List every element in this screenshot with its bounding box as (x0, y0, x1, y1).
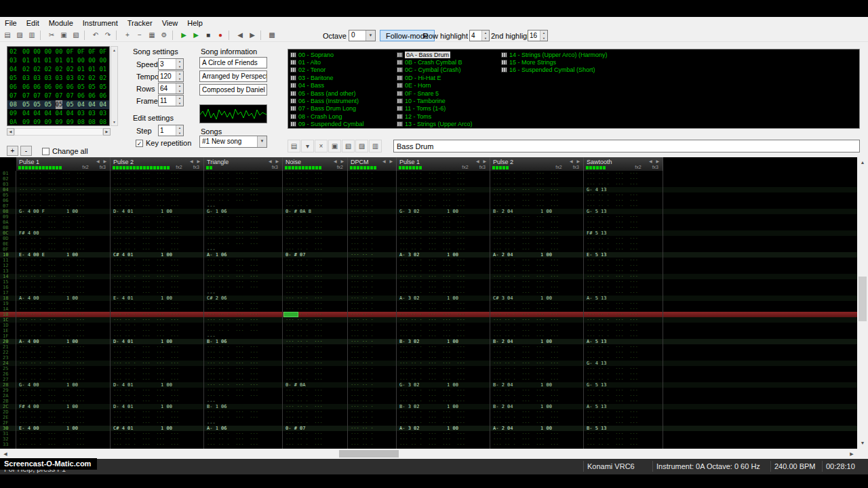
empty-cell[interactable]: ··· ·· · ··· ··· ··· (113, 258, 179, 263)
clone-instrument-button[interactable]: ▣ (328, 140, 341, 152)
frame-cell[interactable]: 07 (66, 92, 74, 100)
empty-cell[interactable]: ··· ·· · ··· ··· ··· (113, 317, 179, 323)
frame-cell[interactable]: 04 (22, 109, 30, 118)
load-instrument-button[interactable]: ▨ (355, 140, 368, 152)
pattern-row[interactable]: 1C··· ·· · ··· ··· ······ ·· · ··· ··· ·… (0, 317, 857, 323)
empty-cell[interactable]: ··· ·· · ··· ··· ··· (113, 247, 179, 252)
effect-column-arrows[interactable]: ◀ ▶ (269, 159, 280, 163)
empty-cell[interactable]: ··· ·· · ··· ··· ··· (19, 258, 85, 263)
frame-cell[interactable]: 07 (44, 92, 52, 100)
empty-cell[interactable]: ··· ·· · ··· (285, 344, 323, 350)
empty-cell[interactable]: ··· ·· · ··· ··· ··· (493, 361, 559, 366)
channel-header-0-pulse-1[interactable]: Pulse 1◀ ▶fx2fx3 (16, 157, 111, 171)
note-cell[interactable]: --- (207, 399, 216, 404)
empty-cell[interactable]: ··· ·· · ··· ··· ··· (113, 192, 179, 198)
empty-cell[interactable]: ··· ·· · (351, 420, 374, 426)
empty-cell[interactable]: ··· ·· · ··· (285, 371, 323, 377)
empty-cell[interactable]: ··· ·· · ··· ··· ··· (113, 176, 179, 182)
note-cell[interactable]: A- 3 02 (399, 296, 420, 301)
empty-cell[interactable]: ··· ·· · (351, 279, 374, 285)
empty-cell[interactable]: ··· ·· · ··· ··· ··· (493, 415, 559, 420)
empty-cell[interactable]: ··· ·· · ··· (285, 377, 323, 382)
frame-cell[interactable]: 08 (88, 118, 96, 126)
empty-cell[interactable]: ··· ·· · ··· ··· ··· (113, 214, 179, 220)
empty-cell[interactable]: ··· ·· · ··· ··· ··· (113, 328, 179, 333)
empty-cell[interactable]: ··· ·· · ··· ··· ··· (493, 333, 559, 339)
empty-cell[interactable]: ··· ·· · (351, 203, 374, 209)
frame-remove-button[interactable]: - (20, 146, 32, 156)
frame-cell[interactable]: 02 (66, 65, 74, 74)
empty-cell[interactable]: ··· ·· · ··· ··· (587, 279, 638, 285)
empty-cell[interactable]: ··· ·· · (351, 176, 374, 182)
note-cell[interactable]: B- 1 06 (207, 404, 227, 409)
frame-cell[interactable]: 05 (22, 100, 30, 109)
empty-cell[interactable]: ··· ·· · ··· ··· (587, 377, 638, 382)
frame-cell[interactable]: 01 (33, 56, 41, 65)
pattern-row[interactable]: 1D··· ·· · ··· ··· ······ ·· · ··· ··· ·… (0, 323, 857, 328)
empty-cell[interactable]: ··· ·· · ··· ··· ··· (493, 236, 559, 241)
empty-cell[interactable]: ··· ·· · ··· ··· (587, 366, 638, 371)
scroll-right-icon[interactable]: ▶ (846, 449, 857, 459)
effect-cell[interactable]: 1 00 (540, 382, 552, 388)
empty-cell[interactable]: ··· ·· · ··· (285, 225, 323, 230)
frame-cell[interactable]: 00 (77, 56, 85, 65)
effect-cell[interactable]: 1 00 (161, 426, 172, 431)
empty-cell[interactable]: ··· ·· · ··· (285, 431, 323, 436)
octave-select[interactable]: 0 ▼ (349, 30, 376, 41)
spin-up-icon[interactable]: ▲ (540, 30, 547, 36)
note-cell[interactable]: A- 3 02 (399, 252, 420, 258)
effect-cell[interactable]: 1 00 (161, 296, 172, 301)
empty-cell[interactable]: ··· ·· · ··· ··· (587, 355, 638, 361)
empty-cell[interactable]: ··· ·· · (351, 339, 374, 344)
play-button[interactable]: ▶ (178, 29, 190, 41)
instrument-item[interactable]: 0D - Hi-Hat E (397, 74, 441, 81)
edit-instrument-button[interactable]: ▧ (342, 140, 355, 152)
empty-cell[interactable]: ··· ·· · ··· ··· ··· (19, 247, 85, 252)
empty-cell[interactable]: ··· ·· · ··· ··· (207, 388, 258, 393)
frame-cell[interactable]: 02 (44, 65, 52, 74)
empty-cell[interactable]: ··· ·· · ··· ··· ··· (19, 420, 85, 426)
note-cell[interactable]: A- 5 13 (587, 296, 607, 301)
pattern-row[interactable]: 17··· ·· · ··· ··· ······ ·· · ··· ··· ·… (0, 290, 857, 296)
empty-cell[interactable]: ··· ·· · ··· ··· (587, 247, 638, 252)
empty-cell[interactable]: ··· ·· · (351, 436, 374, 442)
empty-cell[interactable]: ··· ·· · ··· ··· ··· (493, 328, 559, 333)
new-file-button[interactable]: ▤ (1, 29, 14, 41)
effect-column-arrows[interactable]: ◀ ▶ (96, 159, 108, 163)
frame-row[interactable]: 090404040404030303 (7, 109, 109, 118)
empty-cell[interactable]: ··· ·· · (351, 198, 374, 203)
empty-cell[interactable]: ··· ·· · ··· ··· ··· (493, 388, 559, 393)
effect-cell[interactable]: 1 00 (66, 404, 78, 409)
empty-cell[interactable]: ··· ·· · ··· ··· ··· (493, 182, 559, 187)
frame-cell[interactable]: 05 (33, 100, 41, 109)
note-cell[interactable]: B- 5 13 (587, 426, 607, 431)
note-cell[interactable]: D- 4 01 (113, 339, 134, 344)
instrument-item[interactable]: 00 - Soprano (290, 51, 334, 58)
empty-cell[interactable]: ··· ·· · ··· ··· ··· (399, 344, 465, 350)
instrument-item[interactable]: 05 - Bass (and other) (290, 89, 356, 97)
empty-cell[interactable]: ··· ·· · ··· ··· ··· (19, 187, 85, 192)
horizontal-scroll-thumb[interactable] (339, 450, 399, 458)
empty-cell[interactable]: ··· ·· · ··· ··· ··· (493, 198, 559, 203)
pattern-row[interactable]: 20A- 4 001 00D- 4 011 00B- 1 06··· ·· · … (0, 339, 857, 344)
empty-cell[interactable]: ··· ·· · ··· ··· ··· (399, 361, 465, 366)
empty-cell[interactable]: ··· ·· · ··· ··· ··· (493, 214, 559, 220)
empty-cell[interactable]: ··· ·· · ··· ··· ··· (19, 409, 85, 415)
effect-cell[interactable]: 1 00 (66, 296, 78, 301)
instrument-item[interactable]: 0E - Horn (397, 82, 431, 89)
pattern-vertical-scrollbar[interactable]: ▲ ▼ (857, 157, 868, 449)
rows-input[interactable] (159, 83, 176, 94)
note-cell[interactable]: --- (207, 290, 216, 296)
frame-cell[interactable]: 05 (77, 83, 85, 92)
empty-cell[interactable]: ··· ·· · ··· (285, 366, 323, 371)
pattern-row[interactable]: 01··· ·· · ··· ··· ······ ·· · ··· ··· ·… (0, 171, 857, 176)
empty-cell[interactable]: ··· ·· · ··· ··· ··· (493, 366, 559, 371)
empty-cell[interactable]: ··· ·· · ··· ··· ··· (399, 268, 465, 274)
empty-cell[interactable]: ··· ·· · ··· ··· (207, 225, 258, 230)
empty-cell[interactable]: ··· ·· · ··· ··· ··· (113, 377, 179, 382)
empty-cell[interactable]: ··· ·· · ··· ··· (207, 285, 258, 290)
note-cell[interactable]: A- 4 00 (19, 296, 39, 301)
instrument-item[interactable]: 0F - Snare 5 (397, 89, 439, 97)
note-cell[interactable]: A- 4 00 (19, 339, 39, 344)
song-copyright-field[interactable]: Composed by Daniel Ing (199, 84, 267, 96)
